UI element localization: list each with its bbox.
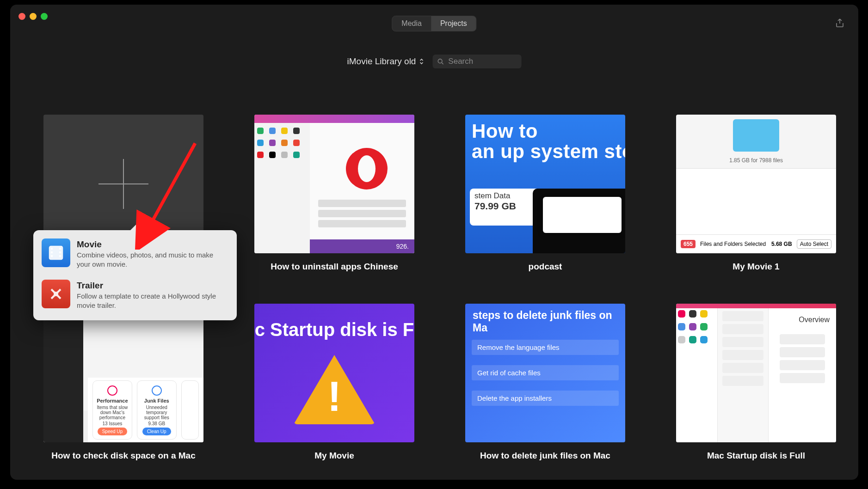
- share-button[interactable]: [834, 18, 845, 29]
- svg-rect-8: [59, 251, 61, 253]
- tab-media[interactable]: Media: [392, 16, 431, 31]
- thumb-overview-label: Overview: [799, 316, 830, 324]
- project-thumbnail: 926.: [254, 115, 414, 253]
- library-bar: iMovie Library old: [347, 55, 522, 68]
- popover-trailer-title: Trailer: [77, 281, 228, 291]
- thumb-badge: 655: [681, 240, 696, 248]
- thumb-stat-value: 79.99 GB: [474, 201, 535, 212]
- svg-rect-5: [51, 251, 53, 253]
- project-thumbnail: 1.85 GB for 7988 files 655 Files and Fol…: [676, 115, 836, 253]
- project-cell[interactable]: Overview Mac Startup disk is Full: [676, 304, 836, 471]
- app-window: Media Projects iMovie Library old: [10, 5, 858, 480]
- svg-point-2: [152, 386, 161, 395]
- minimize-button[interactable]: [30, 13, 37, 20]
- popover-movie-title: Movie: [77, 239, 228, 250]
- thumb-headline: steps to delete junk files on Ma: [473, 309, 618, 334]
- project-thumbnail: steps to delete junk files on Ma Remove …: [465, 304, 625, 442]
- thumb-line: Remove the language files: [472, 340, 619, 355]
- close-button[interactable]: [18, 13, 25, 20]
- exclamation-icon: !: [327, 373, 341, 421]
- project-title: My Movie 1: [733, 262, 779, 272]
- thumb-headline: c Startup disk is F: [254, 319, 414, 340]
- thumb-footer-text: 926.: [396, 243, 409, 250]
- thumb-button: Auto Select: [797, 239, 831, 249]
- plus-icon: [96, 156, 151, 212]
- library-selector[interactable]: iMovie Library old: [347, 56, 425, 67]
- window-controls: [18, 13, 48, 20]
- svg-rect-4: [51, 248, 53, 250]
- tab-projects[interactable]: Projects: [431, 16, 476, 31]
- project-cell[interactable]: steps to delete junk files on Ma Remove …: [465, 304, 625, 471]
- project-title: How to uninstall apps Chinese: [271, 262, 398, 272]
- project-cell[interactable]: 926. How to uninstall apps Chinese: [254, 115, 414, 281]
- svg-point-1: [108, 386, 117, 395]
- project-title: My Movie: [314, 451, 354, 461]
- thumb-caption: 1.85 GB for 7988 files: [676, 157, 836, 164]
- project-cell[interactable]: c Startup disk is F ! My Movie: [254, 304, 414, 471]
- project-cell[interactable]: MacCleaner Pro 2Overview PerformanceItem…: [43, 304, 203, 471]
- view-segmented-control: Media Projects: [392, 16, 476, 31]
- thumb-stat-label: stem Data: [474, 191, 535, 201]
- search-input[interactable]: [447, 56, 517, 67]
- project-title: Mac Startup disk is Full: [707, 451, 805, 461]
- popover-movie-item[interactable]: Movie Combine videos, photos, and music …: [40, 235, 230, 273]
- svg-rect-6: [51, 255, 53, 257]
- trailer-icon: [42, 280, 70, 308]
- create-popover: Movie Combine videos, photos, and music …: [33, 230, 237, 320]
- popover-trailer-desc: Follow a template to create a Hollywood …: [77, 292, 228, 311]
- thumb-line: Get rid of cache files: [472, 365, 619, 380]
- project-title: podcast: [529, 262, 562, 272]
- library-name: iMovie Library old: [347, 56, 416, 67]
- svg-point-0: [438, 59, 442, 63]
- search-icon: [437, 58, 443, 65]
- project-cell[interactable]: How to an up system stora stem Data79.99…: [465, 115, 625, 281]
- project-thumbnail: How to an up system stora stem Data79.99…: [465, 115, 625, 253]
- svg-rect-9: [59, 255, 61, 257]
- project-thumbnail: MacCleaner Pro 2Overview PerformanceItem…: [43, 304, 203, 442]
- thumb-line: Delete the app installers: [472, 391, 619, 406]
- popover-trailer-item[interactable]: Trailer Follow a template to create a Ho…: [40, 276, 230, 314]
- svg-point-10: [55, 293, 57, 295]
- maximize-button[interactable]: [41, 13, 48, 20]
- svg-rect-7: [59, 248, 61, 250]
- project-title: How to delete junk files on Mac: [480, 451, 610, 461]
- thumb-size: 5.68 GB: [771, 241, 792, 247]
- project-title: How to check disk space on a Mac: [51, 451, 196, 461]
- popover-movie-desc: Combine videos, photos, and music to mak…: [77, 251, 228, 269]
- project-cell[interactable]: 1.85 GB for 7988 files 655 Files and Fol…: [676, 115, 836, 281]
- search-field[interactable]: [432, 55, 521, 68]
- movie-icon: [42, 238, 70, 267]
- chevron-up-down-icon: [419, 58, 424, 65]
- project-thumbnail: Overview: [676, 304, 836, 442]
- thumb-headline: How to an up system stora: [472, 121, 625, 162]
- project-thumbnail: c Startup disk is F !: [254, 304, 414, 442]
- thumb-label: Files and Folders Selected: [700, 241, 766, 247]
